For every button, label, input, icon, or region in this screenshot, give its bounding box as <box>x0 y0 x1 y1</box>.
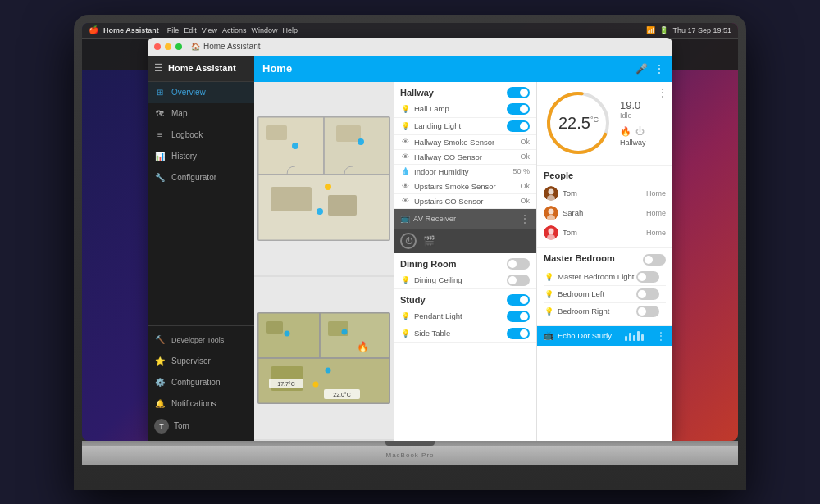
thermostat-circle[interactable]: 22.5°C <box>544 89 613 158</box>
hamburger-icon[interactable]: ☰ <box>154 62 163 74</box>
study-main-toggle[interactable] <box>507 294 530 306</box>
thermostat-label: Hallway <box>620 138 666 147</box>
sidebar-header: ☰ Home Assistant <box>148 56 254 82</box>
wave-bar-4 <box>637 331 640 341</box>
macbook-label: MacBook Pro <box>385 452 434 459</box>
menu-help[interactable]: Help <box>283 26 298 34</box>
person-status-sarah: Home <box>646 209 666 217</box>
wave-bar-5 <box>641 334 644 341</box>
svg-point-11 <box>358 138 364 145</box>
menu-actions[interactable]: Actions <box>222 26 247 34</box>
sidebar-item-supervisor[interactable]: ⭐ Supervisor <box>148 351 254 372</box>
overview-icon: ⊞ <box>154 87 166 98</box>
person-avatar-tom1 <box>544 186 558 201</box>
svg-text:17.7°C: 17.7°C <box>277 381 294 387</box>
person-status-tom2: Home <box>646 229 666 237</box>
entity-row-dining-ceiling: 💡 Dining Ceiling <box>394 272 536 289</box>
master-bedroom-title: Master Bedroom <box>544 253 615 263</box>
entity-name-6: Upstairs Smoke Sensor <box>414 182 496 191</box>
person-avatar-tom2 <box>544 225 558 240</box>
svg-point-38 <box>549 208 554 214</box>
voice-icon[interactable]: 🎤 <box>636 63 648 75</box>
person-row-tom2: Tom Home <box>544 223 666 243</box>
sidebar-item-configurator[interactable]: 🔧 Configurator <box>148 167 254 188</box>
thermostat-more-icon[interactable]: ⋮ <box>658 87 667 98</box>
floor-plans-panel: 17.7°C 22.0°C <box>254 82 394 441</box>
dining-room-title: Dining Room <box>400 259 456 269</box>
sidebar-item-configuration[interactable]: ⚙️ Configuration <box>148 372 254 393</box>
apple-logo-icon: 🍎 <box>89 25 98 34</box>
entities-panel: Hallway 💡 Hall Lamp <box>394 82 537 441</box>
svg-rect-20 <box>266 321 283 334</box>
av-more-icon[interactable]: ⋮ <box>520 213 530 225</box>
more-icon[interactable]: ⋮ <box>654 63 664 75</box>
main-body: 17.7°C 22.0°C <box>254 82 672 441</box>
hallway-section-header: Hallway <box>394 82 536 101</box>
person-name-tom1: Tom <box>563 188 577 198</box>
av-power-button[interactable]: ⏻ <box>400 233 417 249</box>
page-title: Home <box>262 62 292 75</box>
entity-name: Hall Lamp <box>414 104 449 113</box>
upstairs-co-value: Ok <box>520 197 530 205</box>
sidebar-label-logbook: Logbook <box>171 130 203 139</box>
svg-point-25 <box>285 330 290 336</box>
sidebar-item-history[interactable]: 📊 History <box>148 146 254 167</box>
minimize-button[interactable] <box>165 43 171 50</box>
close-button[interactable] <box>154 43 161 50</box>
sidebar-label-overview: Overview <box>171 88 206 97</box>
hall-lamp-toggle[interactable] <box>507 103 530 115</box>
bedroom-left-toggle[interactable] <box>636 288 659 300</box>
flame-icon[interactable]: 🔥 <box>620 126 631 137</box>
landing-light-toggle[interactable] <box>507 120 530 132</box>
entity-row-hall-lamp: 💡 Hall Lamp <box>394 101 536 118</box>
menu-edit[interactable]: Edit <box>184 26 197 34</box>
person-row-tom: Tom Home <box>544 184 666 203</box>
user-avatar: T <box>154 419 169 434</box>
menu-view[interactable]: View <box>202 26 217 34</box>
pendant-toggle[interactable] <box>507 311 530 322</box>
bedroom-right-toggle[interactable] <box>636 306 659 317</box>
upstairs-smoke-icon: 👁 <box>400 182 410 190</box>
sidebar: ☰ Home Assistant ⊞ Overview 🗺 Map <box>148 56 254 441</box>
entity-row-master-light: 💡 Master Bedroom Light <box>544 269 666 286</box>
echo-more-icon[interactable]: ⋮ <box>656 330 666 342</box>
svg-text:22.0°C: 22.0°C <box>333 392 350 397</box>
svg-point-41 <box>549 228 554 234</box>
sidebar-label-developer-tools: Developer Tools <box>171 336 224 344</box>
entity-row-pendant: 💡 Pendant Light <box>394 308 536 325</box>
menu-window[interactable]: Window <box>252 26 278 34</box>
sidebar-item-notifications[interactable]: 🔔 Notifications <box>148 393 254 415</box>
people-section: People <box>537 166 672 248</box>
light-icon-2: 💡 <box>400 122 410 130</box>
master-bedroom-main-toggle[interactable] <box>643 254 666 266</box>
entity-master-light: Master Bedroom Light <box>558 272 634 281</box>
sidebar-user[interactable]: T Tom <box>148 415 254 438</box>
person-avatar-sarah <box>544 206 558 220</box>
svg-text:🔥: 🔥 <box>357 340 369 352</box>
app-menu-name[interactable]: Home Assistant <box>103 26 159 34</box>
echo-dot-bar[interactable]: 📺 Echo Dot Study ⋮ <box>537 326 672 346</box>
side-table-toggle[interactable] <box>507 328 530 339</box>
entity-row-upstairs-smoke: 👁 Upstairs Smoke Sensor Ok <box>394 179 536 194</box>
ha-window: 🏠 Home Assistant ☰ Home Assistant ⊞ Over… <box>148 38 672 441</box>
sidebar-item-logbook[interactable]: ≡ Logbook <box>148 125 254 146</box>
power-icon[interactable]: ⏻ <box>636 126 645 137</box>
hallway-main-toggle[interactable] <box>507 87 530 98</box>
dining-room-main-toggle[interactable] <box>507 258 530 270</box>
upper-floor-plan: 17.7°C 22.0°C <box>254 277 394 440</box>
sidebar-item-overview[interactable]: ⊞ Overview <box>148 82 254 103</box>
dining-room-section-header: Dining Room <box>394 253 536 272</box>
svg-point-13 <box>325 184 331 190</box>
svg-rect-8 <box>271 187 312 211</box>
smoke-icon: 👁 <box>400 138 410 146</box>
svg-point-26 <box>342 329 348 334</box>
menu-file[interactable]: File <box>167 26 180 34</box>
humidity-value: 50 % <box>512 167 530 175</box>
co-icon: 👁 <box>400 152 410 161</box>
sidebar-item-developer-tools[interactable]: 🔨 Developer Tools <box>148 329 254 351</box>
sidebar-item-map[interactable]: 🗺 Map <box>148 103 254 125</box>
maximize-button[interactable] <box>175 43 182 50</box>
dining-ceiling-toggle[interactable] <box>507 275 530 286</box>
configurator-icon: 🔧 <box>154 172 166 184</box>
master-light-toggle[interactable] <box>636 271 659 283</box>
